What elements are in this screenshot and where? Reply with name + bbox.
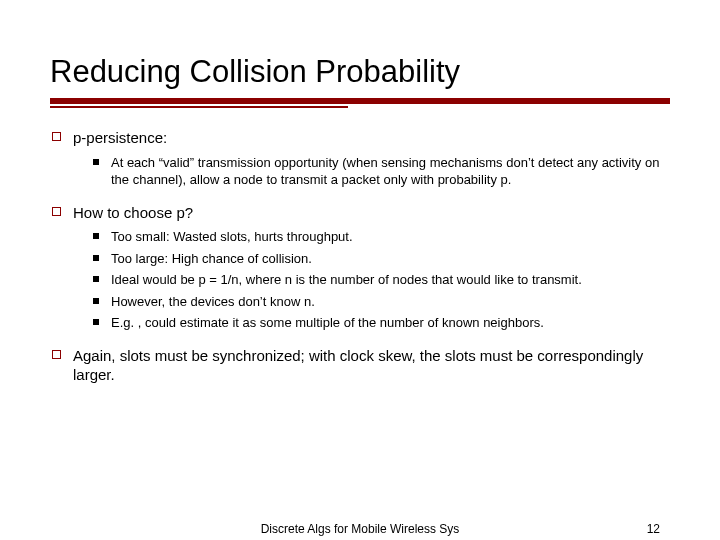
slide: Reducing Collision Probability p-persist… xyxy=(0,0,720,385)
sub-list-text: E.g. , could estimate it as some multipl… xyxy=(111,314,670,332)
square-filled-icon xyxy=(93,159,99,165)
thick-rule xyxy=(50,98,670,104)
square-open-icon xyxy=(52,207,61,216)
list-item-body: p-persistence: At each “valid” transmiss… xyxy=(73,128,670,193)
square-open-icon xyxy=(52,132,61,141)
list-item: Again, slots must be synchronized; with … xyxy=(52,346,670,385)
sub-list-item: Ideal would be p = 1/n, where n is the n… xyxy=(93,271,670,289)
footer-text: Discrete Algs for Mobile Wireless Sys xyxy=(0,522,720,536)
sub-list-item: At each “valid” transmission opportunity… xyxy=(93,154,670,189)
sub-list-item: Too large: High chance of collision. xyxy=(93,250,670,268)
sub-list-item: E.g. , could estimate it as some multipl… xyxy=(93,314,670,332)
list-item-text: Again, slots must be synchronized; with … xyxy=(73,346,670,385)
square-filled-icon xyxy=(93,298,99,304)
thin-rule xyxy=(50,106,348,108)
list-item-body: Again, slots must be synchronized; with … xyxy=(73,346,670,385)
list-item-text: How to choose p? xyxy=(73,203,670,223)
list-item: How to choose p? Too small: Wasted slots… xyxy=(52,203,670,336)
sub-list-text: Ideal would be p = 1/n, where n is the n… xyxy=(111,271,670,289)
sub-list-item: However, the devices don’t know n. xyxy=(93,293,670,311)
title-underline xyxy=(50,98,670,108)
square-open-icon xyxy=(52,350,61,359)
bullet-list: p-persistence: At each “valid” transmiss… xyxy=(52,128,670,385)
sub-list-text: However, the devices don’t know n. xyxy=(111,293,670,311)
list-item-text: p-persistence: xyxy=(73,128,670,148)
square-filled-icon xyxy=(93,319,99,325)
sub-list-text: Too small: Wasted slots, hurts throughpu… xyxy=(111,228,670,246)
square-filled-icon xyxy=(93,233,99,239)
sub-list-text: At each “valid” transmission opportunity… xyxy=(111,154,670,189)
sub-list-item: Too small: Wasted slots, hurts throughpu… xyxy=(93,228,670,246)
square-filled-icon xyxy=(93,255,99,261)
sub-list: Too small: Wasted slots, hurts throughpu… xyxy=(73,228,670,332)
sub-list-text: Too large: High chance of collision. xyxy=(111,250,670,268)
square-filled-icon xyxy=(93,276,99,282)
slide-title: Reducing Collision Probability xyxy=(50,54,670,90)
sub-list: At each “valid” transmission opportunity… xyxy=(73,154,670,189)
list-item: p-persistence: At each “valid” transmiss… xyxy=(52,128,670,193)
list-item-body: How to choose p? Too small: Wasted slots… xyxy=(73,203,670,336)
page-number: 12 xyxy=(647,522,660,536)
content-area: p-persistence: At each “valid” transmiss… xyxy=(50,128,670,385)
